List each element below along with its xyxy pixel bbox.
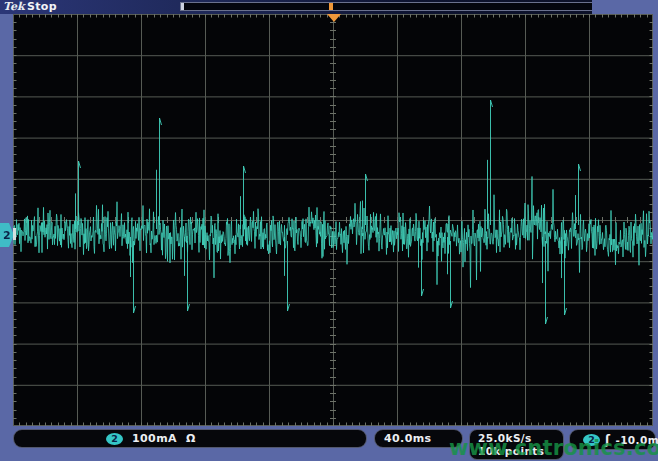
graticule-canvas [13,14,653,426]
watermark: www.cntronics.com [449,436,658,460]
edge-marker-tick [13,228,16,240]
top-right-panel [592,0,658,14]
channel-scale-value: 100mA [132,432,177,445]
tek-logo: Tek [3,0,25,14]
record-trigger-position-icon [329,3,333,10]
acquisition-status: Stop [27,0,57,14]
top-bar: Tek Stop [0,0,592,14]
record-left-bracket-icon [181,3,184,10]
channel-scale-readout[interactable]: 2 100mA Ω [13,429,367,448]
channel-2-badge: 2 [106,433,123,445]
timebase-value: 40.0ms [384,432,432,445]
bottom-readout-bar: 2 100mA Ω 40.0ms 25.0kS/s 10k points 2 ʃ… [0,427,658,461]
record-view-bar [180,2,598,11]
oscilloscope-screen: Tek Stop 2 2 100mA Ω 40.0ms 25.0kS/s 10k… [0,0,658,461]
trigger-position-icon [327,14,341,22]
channel-2-ground-label: 2 [3,229,11,242]
channel-coupling-icon: Ω [186,432,196,445]
